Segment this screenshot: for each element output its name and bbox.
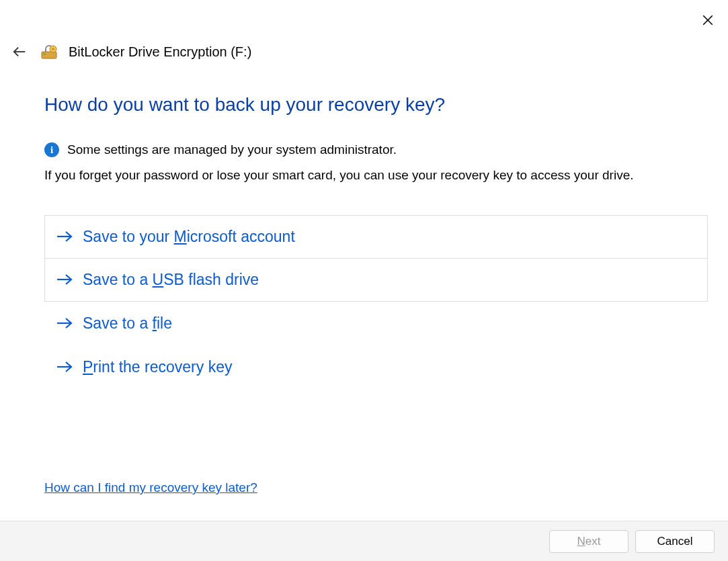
admin-info-row: i Some settings are managed by your syst… (44, 142, 708, 157)
close-icon (702, 14, 714, 26)
option-label: Save to your Microsoft account (83, 228, 295, 246)
info-icon: i (44, 142, 59, 157)
content-area: How do you want to back up your recovery… (44, 94, 708, 389)
option-1[interactable]: Save to a USB flash drive (44, 259, 708, 302)
footer: Next Cancel (0, 521, 728, 561)
option-2[interactable]: Save to a file (44, 302, 708, 345)
option-label: Save to a file (83, 314, 172, 333)
help-link[interactable]: How can I find my recovery key later? (44, 480, 257, 495)
cancel-button[interactable]: Cancel (635, 530, 715, 553)
svg-point-6 (52, 48, 54, 50)
bitlocker-drive-icon (40, 43, 58, 60)
page-heading: How do you want to back up your recovery… (44, 94, 708, 116)
window-title: BitLocker Drive Encryption (F:) (69, 44, 251, 60)
svg-rect-4 (43, 53, 46, 55)
admin-info-text: Some settings are managed by your system… (67, 142, 397, 157)
options-list: Save to your Microsoft accountSave to a … (44, 215, 708, 389)
option-0[interactable]: Save to your Microsoft account (44, 215, 708, 259)
arrow-right-icon (56, 314, 73, 332)
header: BitLocker Drive Encryption (F:) (9, 42, 251, 62)
arrow-left-icon (12, 44, 27, 59)
arrow-right-icon (56, 271, 73, 288)
bitlocker-wizard-window: BitLocker Drive Encryption (F:) How do y… (0, 0, 728, 561)
arrow-right-icon (56, 358, 73, 376)
next-button[interactable]: Next (549, 530, 629, 553)
arrow-right-icon (56, 228, 73, 245)
option-label: Print the recovery key (83, 358, 232, 376)
back-button[interactable] (9, 42, 30, 62)
option-3[interactable]: Print the recovery key (44, 345, 708, 389)
description-text: If you forget your password or lose your… (44, 167, 708, 184)
option-label: Save to a USB flash drive (83, 271, 259, 289)
close-button[interactable] (700, 12, 716, 28)
